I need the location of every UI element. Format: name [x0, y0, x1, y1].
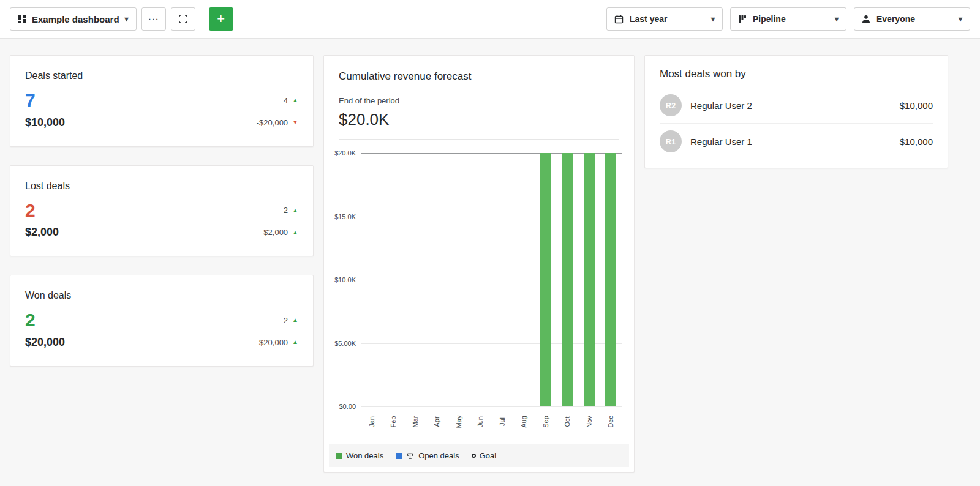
won-deals-marker — [336, 453, 342, 459]
won-amount: $10,000 — [900, 100, 933, 111]
person-icon — [862, 15, 870, 23]
count-delta: 4 — [284, 96, 298, 105]
trend-icon — [292, 230, 298, 236]
bar-column — [426, 153, 448, 406]
bar-column — [557, 153, 579, 406]
x-tick-label: Nov — [578, 409, 600, 435]
card-title: Deals started — [25, 70, 298, 81]
bar-column — [404, 153, 426, 406]
x-tick-label: Feb — [383, 409, 405, 435]
bar-column — [361, 153, 383, 406]
bars-row — [361, 153, 622, 406]
legend-item-open-deals[interactable]: Open deals — [396, 451, 459, 460]
forecast-card[interactable]: Cumulative revenue forecast End of the p… — [323, 55, 635, 473]
divider — [339, 139, 619, 140]
lost-deals-card[interactable]: Lost deals 2 2 $2,000 $2,000 — [10, 165, 314, 257]
avatar: R1 — [660, 130, 682, 152]
stat-column: Deals started 7 4 $10,000 -$20,000 Lost … — [10, 55, 314, 367]
chevron-down-icon: ▾ — [711, 15, 715, 23]
topbar-left: Example dashboard ▾ ⋯ + — [10, 7, 233, 31]
legend-label: Open deals — [418, 451, 459, 460]
count-delta: 2 — [284, 206, 298, 215]
amount-value: $20,000 — [25, 336, 65, 349]
chart-area: $20.0K$15.0K$10.0K$5.00K$0.00 — [330, 153, 622, 406]
card-title: Most deals won by — [660, 68, 933, 80]
amount-delta: $20,000 — [259, 338, 298, 347]
plot-area — [361, 153, 622, 406]
period-filter-left: Last year — [614, 14, 667, 24]
legend-label: Goal — [480, 451, 496, 460]
gridline — [361, 406, 622, 407]
count-value: 2 — [25, 200, 36, 222]
pipeline-filter-label: Pipeline — [753, 14, 786, 24]
bar-column — [491, 153, 513, 406]
owner-filter[interactable]: Everyone ▾ — [854, 7, 970, 31]
dashboard-grid-icon — [18, 15, 26, 23]
won-deals-bar[interactable] — [562, 153, 573, 406]
chart-header: Cumulative revenue forecast End of the p… — [324, 56, 634, 140]
deals-started-card[interactable]: Deals started 7 4 $10,000 -$20,000 — [10, 55, 314, 147]
open-deals-marker — [396, 453, 402, 459]
bar-column — [600, 153, 622, 406]
amount-value: $10,000 — [25, 116, 65, 129]
y-tick-label: $5.00K — [334, 340, 356, 347]
won-deals-bar[interactable] — [584, 153, 595, 406]
x-tick-label: Jan — [361, 409, 383, 435]
won-deals-bar[interactable] — [605, 153, 616, 406]
fullscreen-button[interactable] — [171, 7, 195, 31]
trend-icon — [292, 207, 298, 214]
y-tick-label: $20.0K — [334, 149, 356, 157]
chart-title: Cumulative revenue forecast — [339, 70, 619, 83]
bar-column — [383, 153, 405, 406]
dashboard-selector[interactable]: Example dashboard ▾ — [10, 7, 137, 31]
period-filter[interactable]: Last year ▾ — [606, 7, 723, 31]
count-delta: 2 — [284, 316, 298, 325]
most-deals-won-card[interactable]: Most deals won by R2 Regular User 2 $10,… — [644, 55, 948, 168]
legend-item-won-deals[interactable]: Won deals — [336, 451, 383, 460]
amount-delta-value: $20,000 — [259, 338, 288, 347]
chart-legend: Won deals Open deals Goal — [329, 444, 629, 467]
count-delta-value: 4 — [284, 96, 288, 105]
topbar: Example dashboard ▾ ⋯ + — [0, 0, 980, 39]
x-tick-label: Jul — [491, 409, 513, 435]
count-delta-value: 2 — [284, 316, 288, 325]
pipeline-icon — [738, 15, 747, 23]
x-tick-label: Mar — [404, 409, 426, 435]
plus-icon: + — [217, 12, 225, 26]
card-title: Won deals — [25, 290, 298, 301]
pipeline-filter-left: Pipeline — [738, 14, 786, 24]
user-name: Regular User 1 — [690, 136, 891, 147]
y-tick-label: $15.0K — [334, 213, 356, 220]
trend-icon — [292, 339, 298, 345]
trend-icon — [292, 119, 298, 125]
chart-subtitle: End of the period — [339, 96, 619, 105]
amount-row: $20,000 $20,000 — [25, 336, 298, 349]
leaderboard-row[interactable]: R1 Regular User 1 $10,000 — [660, 123, 933, 159]
period-filter-label: Last year — [630, 14, 667, 24]
y-tick-label: $0.00 — [339, 403, 356, 410]
trend-icon — [292, 97, 298, 103]
count-value: 7 — [25, 90, 36, 111]
leaderboard-row[interactable]: R2 Regular User 2 $10,000 — [660, 88, 933, 123]
amount-delta-value: $2,000 — [263, 228, 288, 237]
goal-marker-ring — [472, 454, 476, 458]
bar-column — [470, 153, 492, 406]
amount-row: $2,000 $2,000 — [25, 226, 298, 239]
owner-filter-label: Everyone — [876, 14, 915, 24]
x-tick-label: Aug — [513, 409, 535, 435]
y-axis: $20.0K$15.0K$10.0K$5.00K$0.00 — [330, 153, 361, 406]
count-row: 7 4 — [25, 90, 298, 111]
add-report-button[interactable]: + — [209, 7, 233, 31]
pipeline-filter[interactable]: Pipeline ▾ — [730, 7, 846, 31]
more-options-button[interactable]: ⋯ — [141, 7, 166, 31]
amount-delta-value: -$20,000 — [257, 118, 288, 127]
won-deals-bar[interactable] — [540, 153, 551, 406]
count-value: 2 — [25, 310, 36, 331]
legend-item-goal[interactable]: Goal — [472, 451, 496, 460]
y-tick-label: $10.0K — [334, 276, 356, 283]
bar-column — [578, 153, 600, 406]
chart-total-value: $20.0K — [339, 110, 619, 129]
won-deals-card[interactable]: Won deals 2 2 $20,000 $20,000 — [10, 275, 314, 367]
legend-label: Won deals — [346, 451, 383, 460]
chevron-down-icon: ▾ — [835, 15, 839, 23]
